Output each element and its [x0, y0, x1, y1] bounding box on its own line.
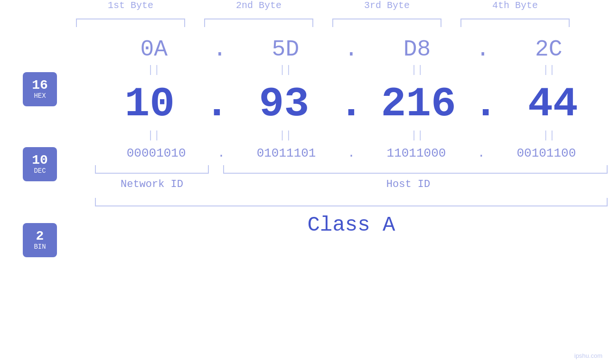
byte1-header: 1st Byte	[66, 0, 195, 15]
equals-1: ||	[95, 64, 213, 76]
dec-badge-label: DEC	[34, 167, 46, 175]
dec-byte1: 10	[95, 84, 204, 125]
hex-dot2: .	[345, 37, 358, 62]
dec-badge: 10 DEC	[23, 147, 57, 181]
hex-row: 0A . 5D . D8 . 2C	[95, 37, 608, 62]
bin-badge-label: BIN	[34, 243, 46, 251]
bin-dot1: .	[217, 146, 225, 160]
hex-byte4: 2C	[490, 37, 608, 62]
dec-byte2: 93	[229, 84, 338, 125]
bin-badge: 2 BIN	[23, 223, 57, 257]
equals-row-2: || || || ||	[95, 130, 608, 141]
network-id-label: Network ID	[95, 178, 209, 190]
equals-3: ||	[358, 64, 476, 76]
dec-row: 10 . 93 . 216 . 44	[95, 81, 608, 128]
top-bracket-row	[66, 19, 579, 27]
hex-dot1: .	[213, 37, 226, 62]
labels-row: Network ID Host ID	[95, 178, 608, 190]
dec-dot3: .	[473, 81, 498, 128]
network-bracket	[95, 165, 209, 174]
top-bracket-3	[332, 19, 441, 27]
full-bracket	[95, 198, 608, 206]
byte3-header: 3rd Byte	[323, 0, 451, 15]
header-row: 1st Byte 2nd Byte 3rd Byte 4th Byte	[66, 0, 579, 15]
bin-byte1: 00001010	[95, 146, 217, 160]
equals-4: ||	[490, 64, 608, 76]
bin-byte3: 11011000	[355, 146, 478, 160]
bin-byte2: 01011101	[225, 146, 347, 160]
top-bracket-4	[460, 19, 570, 27]
dec-byte3: 216	[364, 84, 473, 125]
hex-byte3: D8	[358, 37, 476, 62]
bin-dot2: .	[347, 146, 355, 160]
page: 16 HEX 10 DEC 2 BIN 1st Byte 2nd Byte 3r…	[0, 0, 610, 364]
equals-row-1: || || || ||	[95, 64, 608, 76]
bottom-bracket-container	[95, 165, 608, 174]
equals-8: ||	[490, 130, 608, 141]
bin-row: 00001010 . 01011101 . 11011000 . 0010110…	[95, 146, 608, 160]
equals-5: ||	[95, 130, 213, 141]
dec-byte4: 44	[498, 84, 608, 125]
class-label: Class A	[95, 213, 608, 237]
byte4-header: 4th Byte	[451, 0, 579, 15]
hex-badge: 16 HEX	[23, 72, 57, 106]
bin-byte4: 00101100	[485, 146, 608, 160]
equals-7: ||	[358, 130, 476, 141]
watermark: ipshu.com	[574, 352, 602, 359]
dec-badge-number: 10	[32, 154, 48, 167]
byte2-header: 2nd Byte	[195, 0, 323, 15]
hex-badge-number: 16	[32, 79, 48, 92]
host-id-label: Host ID	[209, 178, 608, 190]
hex-byte2: 5D	[226, 37, 344, 62]
equals-6: ||	[227, 130, 345, 141]
hex-dot3: .	[476, 37, 490, 62]
hex-badge-label: HEX	[34, 92, 46, 100]
top-bracket-1	[76, 19, 185, 27]
equals-2: ||	[227, 64, 345, 76]
dec-dot2: .	[339, 81, 364, 128]
hex-byte1: 0A	[95, 37, 213, 62]
top-bracket-2	[204, 19, 313, 27]
dec-dot1: .	[204, 81, 229, 128]
host-bracket	[223, 165, 608, 174]
bin-badge-number: 2	[36, 230, 44, 243]
bin-dot3: .	[478, 146, 485, 160]
